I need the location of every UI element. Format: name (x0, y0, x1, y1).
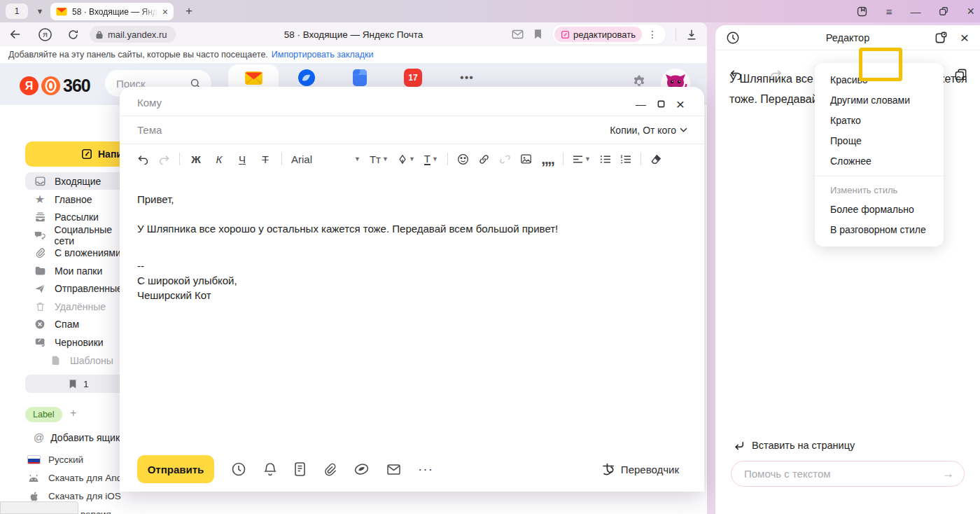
sidebar-item-attachments[interactable]: С вложениями (25, 244, 133, 261)
cc-from-label: Копии, От кого (610, 125, 676, 136)
back-icon[interactable] (0, 29, 31, 40)
mail-options-icon[interactable] (386, 464, 401, 475)
strikethrough-button[interactable]: Т (258, 153, 272, 165)
detach-panel-icon[interactable] (934, 31, 948, 44)
message-body[interactable]: Привет, У Шляпника все хорошо у остальны… (120, 174, 704, 303)
font-family-select[interactable]: Arial▼ (291, 153, 360, 165)
tab-title: 58 · Входящие — Янде (72, 7, 158, 17)
send-button[interactable]: Отправить (137, 455, 214, 483)
font-family-value: Arial (291, 153, 353, 165)
refresh-icon[interactable] (59, 29, 87, 41)
tab-list-chevron-icon[interactable]: ▼ (32, 4, 48, 19)
add-mailbox-button[interactable]: @ Добавить ящик (34, 431, 120, 443)
yandex-services-icon[interactable]: Я (31, 27, 59, 42)
fill-color-select[interactable]: ▼ (398, 154, 415, 165)
paperclip-icon (34, 247, 46, 258)
menu-item-simplify[interactable]: Проще (815, 130, 944, 151)
more-actions-icon[interactable]: ··· (418, 461, 433, 477)
emoji-icon[interactable] (457, 153, 469, 165)
page-title: 58 · Входящие — Яндекс Почта (231, 22, 476, 46)
close-window-icon[interactable]: × (967, 5, 974, 18)
address-bar[interactable]: mail.yandex.ru (90, 26, 176, 43)
compose-close-icon[interactable]: × (676, 97, 685, 111)
template-note-icon[interactable] (294, 461, 306, 477)
browser-tab-strip: 1 ▼ 58 · Входящие — Янде × + ≡ — × (0, 0, 980, 22)
subject-field[interactable]: Тема Копии, От кого (120, 116, 704, 144)
subject-placeholder: Тема (137, 124, 162, 136)
text-color-select[interactable]: Т▼ (424, 153, 438, 165)
label-tag[interactable]: Label (25, 407, 62, 422)
undo-icon[interactable] (137, 154, 149, 165)
sidebar-item-social[interactable]: Социальные сети (25, 226, 133, 244)
cc-from-toggle[interactable]: Копии, От кого (610, 125, 687, 136)
star-icon: ★ (34, 193, 46, 206)
sidebar-item-main[interactable]: ★ Главное (25, 190, 133, 208)
align-select[interactable]: ▼ (573, 155, 591, 164)
redo-icon[interactable] (158, 154, 170, 165)
edit-button[interactable]: редактировать (554, 27, 642, 42)
menu-item-complexify[interactable]: Сложнее (815, 151, 944, 171)
ai-prompt-input[interactable]: Помочь с текстом → (731, 461, 965, 487)
translator-button[interactable]: Переводчик (601, 462, 679, 476)
menu-item-more-formal[interactable]: Более формально (815, 199, 944, 219)
restore-icon[interactable] (939, 6, 948, 16)
import-bookmarks-link[interactable]: Импортировать закладки (272, 50, 374, 60)
folder-icon (34, 265, 46, 276)
sidebar-label: Отправленные (55, 283, 122, 294)
menu-item-conversational[interactable]: В разговорном стиле (815, 219, 944, 239)
sidebar-item-sent[interactable]: Отправленные (25, 279, 133, 297)
to-field[interactable]: Кому (120, 87, 704, 116)
underline-button[interactable]: Ч (235, 153, 249, 165)
sidebar-item-drafts[interactable]: Черновики (25, 333, 133, 351)
sidebar-item-spam[interactable]: Спам (25, 315, 133, 333)
sidebar-item-templates[interactable]: Шаблоны (25, 352, 133, 369)
edit-menu-kebab-icon[interactable]: ⋮ (642, 29, 663, 40)
mail-notify-icon[interactable] (512, 29, 524, 39)
close-panel-icon[interactable]: × (960, 30, 969, 45)
numbered-list-icon[interactable] (620, 155, 631, 164)
italic-button[interactable]: К (212, 153, 226, 165)
insert-to-page-button[interactable]: Вставить на страницу (734, 440, 855, 451)
download-icon[interactable] (686, 29, 697, 41)
sidebar-item-folders[interactable]: Мои папки (25, 262, 133, 279)
menu-item-rephrase[interactable]: Другими словами (815, 90, 944, 110)
bold-button[interactable]: Ж (189, 153, 203, 165)
font-size-select[interactable]: Tт▼ (370, 153, 388, 165)
menu-item-shorten[interactable]: Кратко (815, 110, 944, 130)
sidebar-item-newsletters[interactable]: Рассылки (25, 208, 133, 225)
tab-close-icon[interactable]: × (162, 7, 168, 17)
bookmark-icon[interactable] (533, 29, 542, 40)
footer-label: Русский (48, 454, 83, 465)
quote-icon[interactable]: „„ (541, 155, 554, 162)
attach-from-disk-icon[interactable] (354, 462, 370, 476)
insert-image-icon[interactable] (520, 153, 532, 165)
compose-maximize-icon[interactable] (657, 100, 665, 108)
edit-mode-pill: редактировать ⋮ (552, 25, 666, 44)
link-icon[interactable] (478, 153, 490, 165)
highlight-annotation (859, 48, 902, 81)
compose-minimize-icon[interactable]: — (636, 98, 646, 110)
logo-360-text: 360 (63, 76, 90, 96)
compose-window-controls: — × (636, 97, 685, 111)
language-selector[interactable]: Русский (27, 451, 83, 468)
attach-file-icon[interactable] (323, 462, 337, 477)
tab-group-counter[interactable]: 1 (6, 4, 28, 19)
disk-app-icon (298, 69, 316, 87)
yandex360-logo[interactable]: Я 360 (20, 76, 90, 96)
browser-menu-icon[interactable]: ≡ (886, 6, 892, 17)
text-color-glyph: Т (424, 153, 430, 165)
eraser-icon[interactable] (650, 154, 662, 165)
prompt-send-icon[interactable]: → (941, 466, 954, 481)
bookmark-filled-icon (69, 379, 77, 389)
unlink-icon[interactable] (499, 153, 511, 165)
sidebar-item-trash[interactable]: Удалённые (25, 298, 133, 315)
browser-tab[interactable]: 58 · Входящие — Янде × (50, 3, 174, 20)
schedule-send-icon[interactable] (231, 461, 246, 477)
sidebar-label: Рассылки (55, 211, 99, 223)
add-label-icon[interactable]: + (70, 407, 76, 419)
bullet-list-icon[interactable] (600, 155, 611, 164)
notify-bell-icon[interactable] (263, 461, 277, 477)
new-tab-button[interactable]: + (181, 4, 197, 19)
panel-bookmark-icon[interactable] (856, 6, 868, 18)
minimize-icon[interactable]: — (910, 6, 920, 17)
